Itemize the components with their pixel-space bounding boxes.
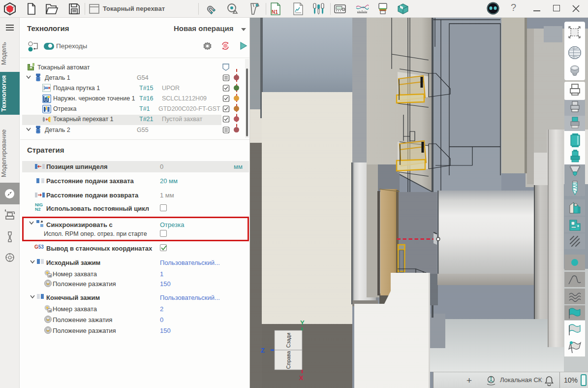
svg-text:id: id: [49, 274, 52, 277]
svg-text:Сзади: Сзади: [285, 333, 291, 348]
svg-text:Справа: Справа: [285, 351, 291, 369]
svg-text:Y: Y: [300, 319, 305, 326]
svg-text:id: id: [49, 309, 52, 312]
svg-text:X: X: [299, 374, 304, 382]
svg-text:Z: Z: [261, 347, 265, 354]
svg-text:N1: N1: [272, 9, 278, 15]
